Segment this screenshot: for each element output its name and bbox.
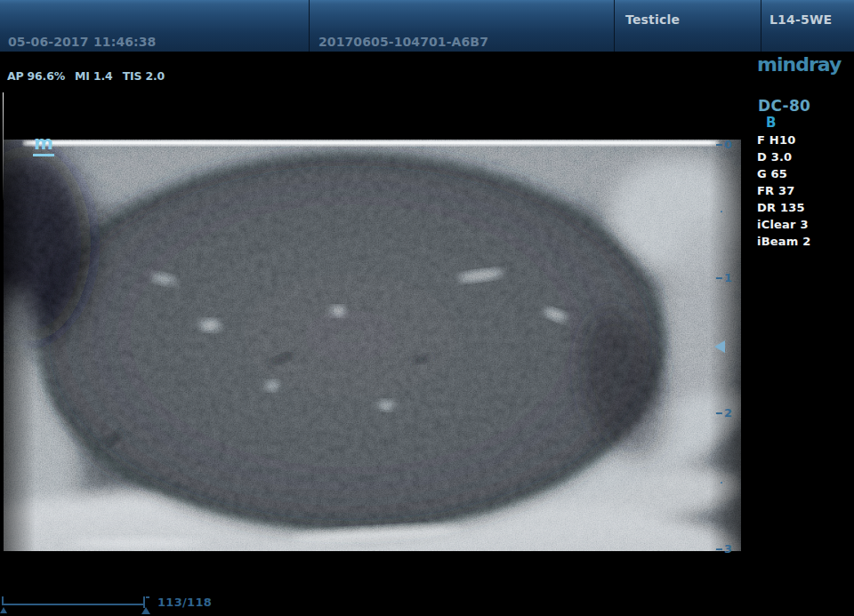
depth-tick-mark: [716, 548, 722, 550]
acoustic-power: AP 96.6%: [7, 69, 65, 83]
header-bar: 05-06-2017 11:46:38 20170605-104701-A6B7…: [0, 0, 854, 52]
depth-half-tick: [721, 211, 722, 212]
depth-half-tick: [721, 482, 722, 484]
depth-label-1: 1: [724, 272, 732, 284]
depth-label-2: 2: [724, 407, 732, 419]
brand-logo: mindray: [757, 53, 841, 76]
ultrasound-render: [4, 92, 741, 551]
machine-model: DC-80: [758, 97, 810, 115]
cine-handle-tick: [146, 596, 149, 598]
ultrasound-image-canvas[interactable]: [4, 92, 741, 551]
orientation-marker: m: [33, 134, 54, 156]
param-frame-rate: FR 37: [757, 182, 810, 199]
probe-name: L14-5WE: [769, 12, 832, 27]
depth-label-0: 0: [724, 139, 732, 150]
cine-handle-marker-icon: [141, 607, 150, 614]
param-dynamic-range: DR 135: [757, 199, 810, 216]
mechanical-index: MI 1.4: [75, 69, 112, 83]
imaging-mode-label: B: [766, 115, 776, 131]
depth-tick-mark: [716, 412, 722, 414]
header-divider: [309, 0, 310, 52]
exam-time: 11:46:38: [93, 35, 156, 49]
focus-position-arrow-icon: [714, 340, 725, 353]
param-depth: D 3.0: [757, 148, 810, 165]
depth-label-3: 3: [724, 543, 732, 555]
acoustic-status-line: AP 96.6% MI 1.4 TIS 2.0: [7, 69, 171, 83]
param-frequency: F H10: [757, 132, 810, 148]
param-iclear: iClear 3: [757, 216, 810, 233]
param-gain: G 65: [757, 165, 810, 182]
imaging-parameter-list: F H10 D 3.0 G 65 FR 37 DR 135 iClear 3 i…: [757, 132, 810, 250]
cine-start-tick: [2, 596, 4, 604]
cine-frame-counter: 113/118: [157, 596, 212, 609]
depth-tick-mark: [716, 144, 722, 146]
thermal-index: TIS 2.0: [123, 69, 165, 83]
cine-progress-bar[interactable]: [2, 604, 143, 605]
exam-id: 20170605-104701-A6B7: [318, 35, 488, 49]
cine-start-marker-icon: [0, 607, 7, 613]
depth-tick-mark: [716, 277, 722, 279]
header-divider: [614, 0, 615, 52]
header-divider: [761, 0, 761, 52]
exam-date: 05-06-2017: [8, 35, 89, 49]
param-ibeam: iBeam 2: [757, 233, 810, 250]
exam-type: Testicle: [625, 12, 680, 27]
